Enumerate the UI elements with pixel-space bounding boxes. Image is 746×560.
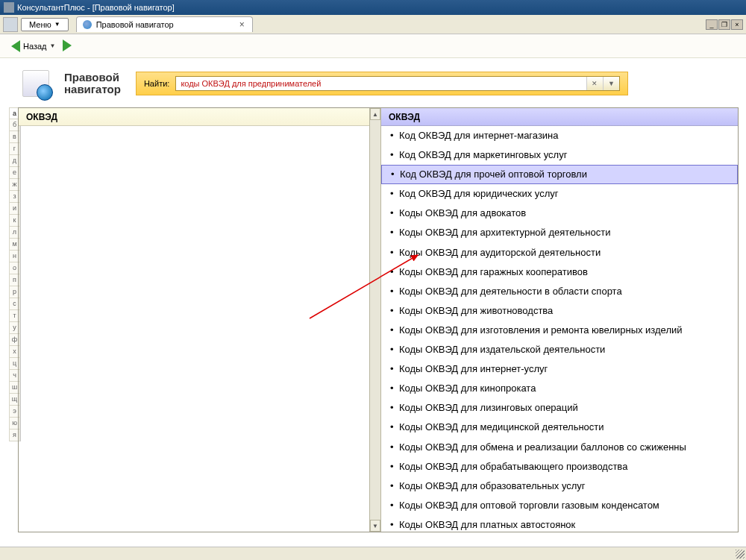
list-item[interactable]: Коды ОКВЭД для обрабатывающего производс… xyxy=(381,457,738,476)
search-input[interactable] xyxy=(176,77,586,90)
mdi-close-button[interactable]: × xyxy=(731,19,743,30)
tabbar: Правовой навигатор × xyxy=(76,16,253,32)
navbar: Назад ▼ xyxy=(0,34,746,58)
page-title: Правовой навигатор xyxy=(64,72,121,96)
mdi-restore-button[interactable]: ❐ xyxy=(718,19,730,30)
list-item[interactable]: Коды ОКВЭД для интернет-услуг xyxy=(381,359,738,379)
window-title: КонсультантПлюс - [Правовой навигатор] xyxy=(17,3,175,12)
back-label: Назад xyxy=(23,42,47,51)
searchbar: Найти: ✕ ▼ xyxy=(136,72,628,95)
list-item[interactable]: Коды ОКВЭД для оптовой торговли газовым … xyxy=(381,496,738,515)
list-item[interactable]: Коды ОКВЭД для издательской деятельности xyxy=(381,340,738,359)
back-button[interactable]: Назад ▼ xyxy=(11,40,55,52)
panels: ОКВЭД ▲ ▼ ОКВЭД Код ОКВЭД для интернет-м… xyxy=(18,107,739,532)
list-item[interactable]: Коды ОКВЭД для животноводства xyxy=(381,301,738,321)
right-panel-header: ОКВЭД xyxy=(381,108,738,126)
search-dropdown-button[interactable]: ▼ xyxy=(603,77,619,90)
search-label: Найти: xyxy=(144,79,169,88)
list-item[interactable]: Коды ОКВЭД для адвокатов xyxy=(381,204,738,223)
globe-icon xyxy=(83,20,92,29)
app-icon xyxy=(4,2,14,13)
page-title-line2: навигатор xyxy=(64,83,121,95)
list-item[interactable]: Код ОКВЭД для прочей оптовой торговли xyxy=(381,165,738,184)
scroll-down-button[interactable]: ▼ xyxy=(370,520,380,532)
titlebar: КонсультантПлюс - [Правовой навигатор] xyxy=(0,0,746,15)
mdi-minimize-button[interactable]: _ xyxy=(706,19,718,30)
app-logo xyxy=(3,17,18,32)
list-item[interactable]: Коды ОКВЭД для деятельности в области сп… xyxy=(381,282,738,301)
chevron-down-icon: ▼ xyxy=(54,21,60,28)
menu-button[interactable]: Меню ▼ xyxy=(21,18,69,31)
list-item[interactable]: Коды ОКВЭД для платных автостоянок xyxy=(381,515,738,532)
page-title-line1: Правовой xyxy=(64,71,119,84)
close-icon[interactable]: × xyxy=(238,19,246,30)
list-item[interactable]: Коды ОКВЭД для кинопроката xyxy=(381,379,738,398)
searchbox: ✕ ▼ xyxy=(175,76,620,91)
list-item[interactable]: Код ОКВЭД для маркетинговых услуг xyxy=(381,145,738,165)
list-item[interactable]: Коды ОКВЭД для образовательных услуг xyxy=(381,476,738,496)
results-list: Код ОКВЭД для интернет-магазинаКод ОКВЭД… xyxy=(381,126,738,532)
list-item[interactable]: Коды ОКВЭД для медицинской деятельности xyxy=(381,418,738,437)
menu-label: Меню xyxy=(29,20,51,29)
left-panel: ОКВЭД xyxy=(19,108,369,532)
arrow-right-icon xyxy=(63,40,72,51)
tab-navigator[interactable]: Правовой навигатор × xyxy=(76,16,253,32)
arrow-left-icon xyxy=(11,40,20,52)
list-item[interactable]: Код ОКВЭД для юридических услуг xyxy=(381,184,738,204)
left-header-text: ОКВЭД xyxy=(26,112,57,122)
list-item[interactable]: Коды ОКВЭД для гаражных кооперативов xyxy=(381,262,738,282)
list-item[interactable]: Коды ОКВЭД для изготовления и ремонта юв… xyxy=(381,321,738,340)
menubar: Меню ▼ Правовой навигатор × xyxy=(0,15,746,34)
tab-label: Правовой навигатор xyxy=(96,20,174,29)
page-header-row: Правовой навигатор Найти: ✕ ▼ xyxy=(22,70,739,97)
navigator-icon xyxy=(22,70,49,97)
splitter[interactable]: ▲ ▼ xyxy=(369,108,381,532)
list-item[interactable]: Код ОКВЭД для интернет-магазина xyxy=(381,126,738,145)
mdi-window-controls: _ ❐ × xyxy=(706,19,743,30)
list-item[interactable]: Коды ОКВЭД для лизинговых операций xyxy=(381,398,738,418)
right-panel: ОКВЭД Код ОКВЭД для интернет-магазинаКод… xyxy=(381,108,738,532)
resize-grip-icon[interactable] xyxy=(736,550,745,559)
list-item[interactable]: Коды ОКВЭД для обмена и реализации балло… xyxy=(381,438,738,457)
chevron-down-icon: ▼ xyxy=(50,43,56,49)
scroll-up-button[interactable]: ▲ xyxy=(370,108,380,120)
list-item[interactable]: Коды ОКВЭД для аудиторской деятельности xyxy=(381,243,738,262)
list-item[interactable]: Коды ОКВЭД для архитектурной деятельност… xyxy=(381,223,738,242)
forward-button[interactable] xyxy=(63,40,72,53)
search-clear-button[interactable]: ✕ xyxy=(586,77,603,90)
left-panel-header: ОКВЭД xyxy=(19,108,369,126)
content-area: Правовой навигатор Найти: ✕ ▼ абвгдежзик… xyxy=(0,58,746,532)
statusbar xyxy=(0,547,746,560)
right-header-text: ОКВЭД xyxy=(389,112,420,122)
